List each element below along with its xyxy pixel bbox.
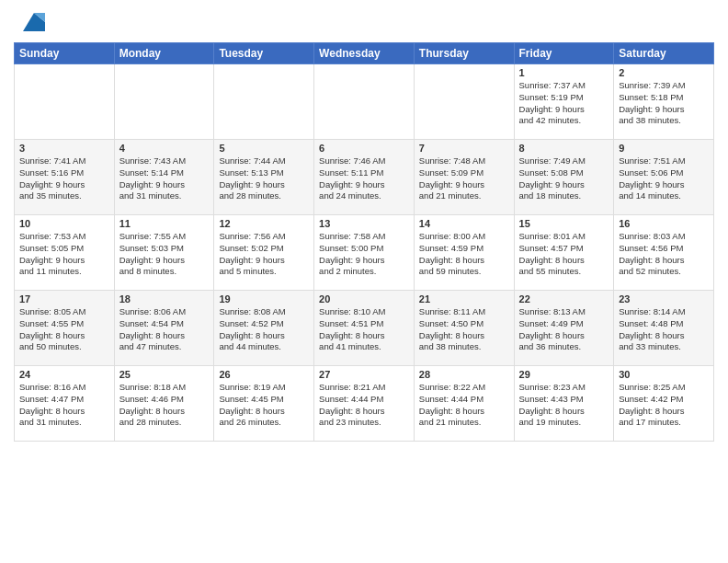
day-number: 13 (319, 218, 409, 229)
calendar-cell: 4Sunrise: 7:43 AM Sunset: 5:14 PM Daylig… (114, 140, 214, 215)
calendar-week-1: 1Sunrise: 7:37 AM Sunset: 5:19 PM Daylig… (15, 64, 714, 140)
calendar-cell (414, 64, 514, 140)
calendar-cell: 7Sunrise: 7:48 AM Sunset: 5:09 PM Daylig… (414, 140, 514, 215)
weekday-header-thursday: Thursday (414, 43, 514, 64)
day-number: 6 (319, 143, 409, 154)
calendar-cell: 15Sunrise: 8:01 AM Sunset: 4:57 PM Dayli… (514, 215, 614, 291)
calendar-week-2: 3Sunrise: 7:41 AM Sunset: 5:16 PM Daylig… (15, 140, 714, 215)
calendar-cell: 8Sunrise: 7:49 AM Sunset: 5:08 PM Daylig… (514, 140, 614, 215)
calendar-cell: 6Sunrise: 7:46 AM Sunset: 5:11 PM Daylig… (314, 140, 415, 215)
logo (14, 9, 45, 35)
day-number: 19 (219, 293, 309, 304)
calendar-cell: 9Sunrise: 7:51 AM Sunset: 5:06 PM Daylig… (614, 140, 714, 215)
weekday-header-row: SundayMondayTuesdayWednesdayThursdayFrid… (15, 43, 714, 64)
calendar-cell: 19Sunrise: 8:08 AM Sunset: 4:52 PM Dayli… (214, 291, 314, 366)
day-info: Sunrise: 8:06 AM Sunset: 4:54 PM Dayligh… (119, 306, 210, 353)
day-number: 4 (119, 143, 210, 154)
day-info: Sunrise: 7:53 AM Sunset: 5:05 PM Dayligh… (19, 231, 109, 278)
day-number: 16 (619, 218, 709, 229)
calendar-cell: 20Sunrise: 8:10 AM Sunset: 4:51 PM Dayli… (314, 291, 415, 366)
day-number: 5 (219, 143, 309, 154)
day-number: 24 (19, 369, 109, 380)
weekday-header-wednesday: Wednesday (314, 43, 415, 64)
calendar-cell: 28Sunrise: 8:22 AM Sunset: 4:44 PM Dayli… (414, 366, 514, 442)
day-number: 28 (419, 369, 509, 380)
day-number: 26 (219, 369, 309, 380)
logo-icon (16, 9, 45, 35)
calendar-cell (314, 64, 415, 140)
day-info: Sunrise: 7:48 AM Sunset: 5:09 PM Dayligh… (419, 155, 509, 202)
calendar-cell: 30Sunrise: 8:25 AM Sunset: 4:42 PM Dayli… (614, 366, 714, 442)
calendar-week-4: 17Sunrise: 8:05 AM Sunset: 4:55 PM Dayli… (15, 291, 714, 366)
weekday-header-monday: Monday (114, 43, 214, 64)
calendar-cell: 10Sunrise: 7:53 AM Sunset: 5:05 PM Dayli… (15, 215, 115, 291)
day-number: 3 (19, 143, 109, 154)
day-info: Sunrise: 8:00 AM Sunset: 4:59 PM Dayligh… (419, 231, 509, 278)
day-info: Sunrise: 7:39 AM Sunset: 5:18 PM Dayligh… (619, 80, 709, 127)
day-number: 18 (119, 293, 210, 304)
day-info: Sunrise: 8:25 AM Sunset: 4:42 PM Dayligh… (619, 382, 709, 429)
weekday-header-tuesday: Tuesday (214, 43, 314, 64)
day-number: 20 (319, 293, 409, 304)
calendar-cell: 3Sunrise: 7:41 AM Sunset: 5:16 PM Daylig… (15, 140, 115, 215)
weekday-header-sunday: Sunday (15, 43, 115, 64)
day-info: Sunrise: 7:44 AM Sunset: 5:13 PM Dayligh… (219, 155, 309, 202)
weekday-header-friday: Friday (514, 43, 614, 64)
day-info: Sunrise: 8:21 AM Sunset: 4:44 PM Dayligh… (319, 382, 409, 429)
day-number: 12 (219, 218, 309, 229)
weekday-header-saturday: Saturday (614, 43, 714, 64)
day-number: 30 (619, 369, 709, 380)
day-info: Sunrise: 7:56 AM Sunset: 5:02 PM Dayligh… (219, 231, 309, 278)
calendar-cell (114, 64, 214, 140)
calendar-cell: 23Sunrise: 8:14 AM Sunset: 4:48 PM Dayli… (614, 291, 714, 366)
day-info: Sunrise: 7:55 AM Sunset: 5:03 PM Dayligh… (119, 231, 210, 278)
day-info: Sunrise: 8:16 AM Sunset: 4:47 PM Dayligh… (19, 382, 109, 429)
day-number: 29 (519, 369, 609, 380)
day-info: Sunrise: 8:22 AM Sunset: 4:44 PM Dayligh… (419, 382, 509, 429)
day-info: Sunrise: 8:23 AM Sunset: 4:43 PM Dayligh… (519, 382, 609, 429)
calendar-cell: 5Sunrise: 7:44 AM Sunset: 5:13 PM Daylig… (214, 140, 314, 215)
calendar-week-5: 24Sunrise: 8:16 AM Sunset: 4:47 PM Dayli… (15, 366, 714, 442)
day-info: Sunrise: 7:49 AM Sunset: 5:08 PM Dayligh… (519, 155, 609, 202)
calendar-cell: 22Sunrise: 8:13 AM Sunset: 4:49 PM Dayli… (514, 291, 614, 366)
day-info: Sunrise: 8:13 AM Sunset: 4:49 PM Dayligh… (519, 306, 609, 353)
day-number: 9 (619, 143, 709, 154)
calendar-cell (214, 64, 314, 140)
calendar-cell: 17Sunrise: 8:05 AM Sunset: 4:55 PM Dayli… (15, 291, 115, 366)
day-info: Sunrise: 8:03 AM Sunset: 4:56 PM Dayligh… (619, 231, 709, 278)
calendar-cell: 2Sunrise: 7:39 AM Sunset: 5:18 PM Daylig… (614, 64, 714, 140)
day-info: Sunrise: 7:46 AM Sunset: 5:11 PM Dayligh… (319, 155, 409, 202)
day-info: Sunrise: 8:18 AM Sunset: 4:46 PM Dayligh… (119, 382, 210, 429)
day-number: 22 (519, 293, 609, 304)
day-number: 1 (519, 67, 609, 78)
day-number: 15 (519, 218, 609, 229)
calendar-cell: 27Sunrise: 8:21 AM Sunset: 4:44 PM Dayli… (314, 366, 415, 442)
day-number: 25 (119, 369, 210, 380)
calendar-cell: 26Sunrise: 8:19 AM Sunset: 4:45 PM Dayli… (214, 366, 314, 442)
day-info: Sunrise: 7:37 AM Sunset: 5:19 PM Dayligh… (519, 80, 609, 127)
calendar-cell: 21Sunrise: 8:11 AM Sunset: 4:50 PM Dayli… (414, 291, 514, 366)
day-info: Sunrise: 7:58 AM Sunset: 5:00 PM Dayligh… (319, 231, 409, 278)
day-number: 23 (619, 293, 709, 304)
calendar-week-3: 10Sunrise: 7:53 AM Sunset: 5:05 PM Dayli… (15, 215, 714, 291)
day-info: Sunrise: 8:19 AM Sunset: 4:45 PM Dayligh… (219, 382, 309, 429)
calendar-cell: 13Sunrise: 7:58 AM Sunset: 5:00 PM Dayli… (314, 215, 415, 291)
calendar-cell: 25Sunrise: 8:18 AM Sunset: 4:46 PM Dayli… (114, 366, 214, 442)
calendar-cell: 12Sunrise: 7:56 AM Sunset: 5:02 PM Dayli… (214, 215, 314, 291)
day-info: Sunrise: 7:51 AM Sunset: 5:06 PM Dayligh… (619, 155, 709, 202)
day-number: 17 (19, 293, 109, 304)
day-info: Sunrise: 8:08 AM Sunset: 4:52 PM Dayligh… (219, 306, 309, 353)
day-number: 27 (319, 369, 409, 380)
day-number: 11 (119, 218, 210, 229)
calendar-table: SundayMondayTuesdayWednesdayThursdayFrid… (14, 42, 714, 442)
day-number: 14 (419, 218, 509, 229)
day-info: Sunrise: 8:11 AM Sunset: 4:50 PM Dayligh… (419, 306, 509, 353)
calendar-cell: 18Sunrise: 8:06 AM Sunset: 4:54 PM Dayli… (114, 291, 214, 366)
calendar-cell: 29Sunrise: 8:23 AM Sunset: 4:43 PM Dayli… (514, 366, 614, 442)
day-info: Sunrise: 8:10 AM Sunset: 4:51 PM Dayligh… (319, 306, 409, 353)
calendar-cell: 1Sunrise: 7:37 AM Sunset: 5:19 PM Daylig… (514, 64, 614, 140)
day-number: 10 (19, 218, 109, 229)
day-number: 2 (619, 67, 709, 78)
calendar-cell: 14Sunrise: 8:00 AM Sunset: 4:59 PM Dayli… (414, 215, 514, 291)
day-info: Sunrise: 8:05 AM Sunset: 4:55 PM Dayligh… (19, 306, 109, 353)
